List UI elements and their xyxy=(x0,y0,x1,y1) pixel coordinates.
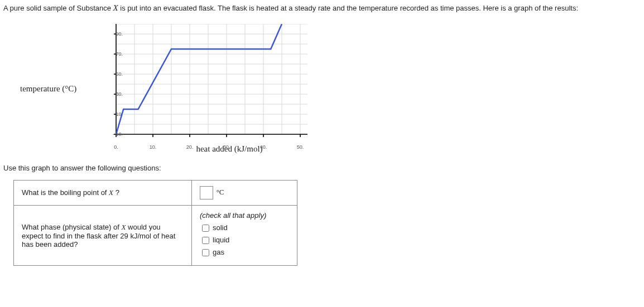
unit-label: °C xyxy=(217,188,224,196)
option-gas: gas xyxy=(200,247,289,258)
check-all-hint: (check all that apply) xyxy=(200,211,289,220)
heating-curve-line xyxy=(116,24,282,134)
intro-var-x: X xyxy=(113,3,118,12)
q1-prompt-cell: What is the boiling point of X ? xyxy=(14,181,192,206)
checkbox-gas[interactable] xyxy=(202,249,209,256)
table-row: What phase (physical state) of X would y… xyxy=(14,206,297,266)
table-row: What is the boiling point of X ? °C xyxy=(14,181,297,206)
option-label-gas: gas xyxy=(213,248,224,256)
q1-prompt-a: What is the boiling point of xyxy=(22,188,109,197)
option-solid: solid xyxy=(200,223,289,233)
y-axis-label: temperature (°C) xyxy=(20,84,76,94)
option-label-solid: solid xyxy=(213,223,228,232)
q2-answer-cell: (check all that apply) solid liquid gas xyxy=(192,206,297,266)
boiling-point-input[interactable] xyxy=(200,186,213,199)
intro-part2: is put into an evacuated flask. The flas… xyxy=(118,4,578,12)
ytick-10: 10. xyxy=(116,111,123,117)
checkbox-liquid[interactable] xyxy=(202,237,209,244)
sub-instruction: Use this graph to answer the following q… xyxy=(3,164,641,172)
ytick-90: 90. xyxy=(116,31,123,37)
ytick-70: 70. xyxy=(116,51,123,57)
xtick-40: 40. xyxy=(260,144,267,150)
intro-part1: A pure solid sample of Substance xyxy=(3,4,113,12)
xtick-0: 0. xyxy=(114,144,118,150)
option-liquid: liquid xyxy=(200,235,289,246)
xtick-30: 30. xyxy=(223,144,230,150)
intro-text: A pure solid sample of Substance X is pu… xyxy=(3,2,641,14)
q2-prompt-cell: What phase (physical state) of X would y… xyxy=(14,206,192,266)
question-table: What is the boiling point of X ? °C What… xyxy=(13,180,297,266)
xtick-50: 50. xyxy=(297,144,304,150)
q1-var-x: X xyxy=(109,188,113,197)
ytick-neg10: - 10. xyxy=(113,131,123,137)
ytick-30: 30. xyxy=(116,91,123,97)
xtick-10: 10. xyxy=(150,144,157,150)
q1-prompt-b: ? xyxy=(113,188,119,197)
q2-prompt-a: What phase (physical state) of xyxy=(22,223,121,231)
xtick-20: 20. xyxy=(186,144,194,150)
q1-answer-cell: °C xyxy=(192,181,297,206)
option-label-liquid: liquid xyxy=(213,236,229,244)
checkbox-solid[interactable] xyxy=(202,225,209,232)
chart-svg xyxy=(110,24,311,143)
ytick-50: 50. xyxy=(116,71,123,77)
plot-wrap: 90. 70. 50. 30. 10. - 10. 0. 10. 20. 30.… xyxy=(110,24,317,143)
chart-area: temperature (°C) 90. 70. 50. 30. 10. - 1… xyxy=(26,24,641,154)
